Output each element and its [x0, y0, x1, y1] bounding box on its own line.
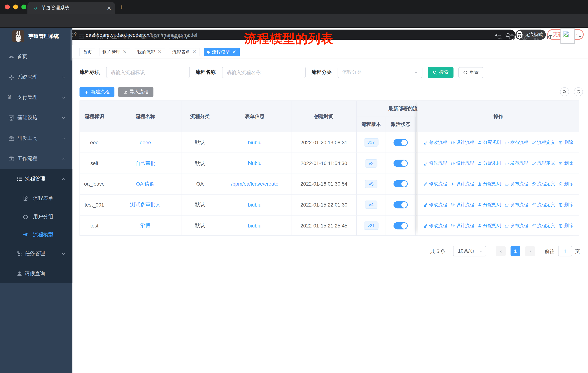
close-icon[interactable]: ✕	[123, 48, 127, 56]
process-definition-link[interactable]: 流程定义	[532, 222, 555, 229]
delete-link[interactable]: 删除	[558, 139, 573, 146]
sidebar-collapse-icon[interactable]	[78, 33, 85, 40]
sidebar-item-task-mgmt[interactable]: 任务管理	[0, 246, 72, 261]
publish-process-link[interactable]: 发布流程	[504, 160, 528, 166]
sidebar-scrollbar[interactable]	[71, 29, 72, 61]
sidebar-item-infra[interactable]: 基础设施	[0, 110, 72, 125]
delete-link[interactable]: 删除	[558, 160, 573, 166]
assign-rule-link[interactable]: 分配规则	[478, 160, 501, 166]
sidebar-item-home[interactable]: 首页	[0, 49, 72, 64]
window-zoom-button[interactable]	[21, 5, 26, 10]
avatar[interactable]	[560, 28, 575, 44]
publish-process-link[interactable]: 发布流程	[504, 222, 528, 229]
delete-link[interactable]: 删除	[558, 181, 573, 187]
breadcrumb-workflow[interactable]: 工作流程	[112, 33, 132, 40]
next-page-button[interactable]	[525, 246, 535, 256]
active-toggle[interactable]	[394, 181, 408, 188]
form-info-link[interactable]: /bpm/oa/leave/create	[231, 181, 278, 187]
assign-rule-link[interactable]: 分配规则	[478, 181, 501, 187]
page-size-select[interactable]: 10条/页	[453, 246, 486, 256]
process-definition-link[interactable]: 流程定义	[532, 181, 555, 187]
tag-process-form[interactable]: 流程表单✕	[169, 48, 200, 56]
design-process-link[interactable]: 设计流程	[451, 139, 474, 146]
assign-rule-link[interactable]: 分配规则	[478, 202, 501, 208]
browser-tab[interactable]: 芋道管理系统 ✕	[27, 2, 115, 14]
toggle-search-button[interactable]	[560, 87, 569, 96]
form-info-link[interactable]: biubiu	[248, 161, 261, 166]
refresh-table-button[interactable]	[574, 87, 583, 96]
paperclip-icon	[532, 182, 536, 186]
sidebar-item-workflow[interactable]: 工作流程	[0, 151, 72, 166]
form-info-link[interactable]: biubiu	[248, 223, 261, 229]
close-icon[interactable]: ✕	[232, 48, 236, 56]
caret-down-icon[interactable]	[578, 35, 582, 39]
breadcrumb-process-mgmt[interactable]: 流程管理	[141, 33, 161, 40]
active-toggle[interactable]	[394, 160, 408, 167]
design-process-link[interactable]: 设计流程	[451, 222, 474, 229]
close-icon[interactable]: ✕	[158, 48, 161, 56]
publish-process-link[interactable]: 发布流程	[504, 202, 528, 208]
window-minimize-button[interactable]	[13, 5, 18, 10]
goto-page-input[interactable]	[558, 246, 572, 256]
process-id-input[interactable]	[106, 67, 190, 78]
process-name-input[interactable]	[222, 67, 306, 78]
sidebar-item-process-model[interactable]: 流程模型	[0, 227, 72, 242]
search-icon[interactable]	[497, 34, 503, 40]
process-category-select[interactable]: 流程分类	[337, 67, 422, 78]
design-process-link[interactable]: 设计流程	[451, 202, 474, 208]
search-button[interactable]: 搜索	[428, 67, 453, 78]
reset-button[interactable]: 重置	[458, 67, 483, 78]
sidebar-item-process-form[interactable]: 流程表单	[0, 191, 72, 206]
process-name-link[interactable]: 滔博	[140, 222, 151, 229]
active-toggle[interactable]	[394, 222, 408, 229]
font-size-icon[interactable]: tT	[547, 34, 552, 40]
publish-process-link[interactable]: 发布流程	[504, 181, 528, 187]
sidebar-item-leave-query[interactable]: 请假查询	[0, 266, 72, 281]
process-name-link[interactable]: OA 请假	[136, 181, 155, 187]
process-name-link[interactable]: 测试多审批人	[130, 202, 161, 208]
github-icon[interactable]	[508, 34, 516, 41]
new-tab-button[interactable]: +	[119, 4, 123, 10]
sidebar-item-devtools[interactable]: 研发工具	[0, 131, 72, 146]
new-process-button[interactable]: 新建流程	[79, 87, 114, 97]
process-name-link[interactable]: eeee	[140, 140, 151, 145]
form-info-link[interactable]: biubiu	[248, 202, 261, 208]
tag-process-model[interactable]: 流程模型✕	[204, 48, 240, 56]
design-process-link[interactable]: 设计流程	[451, 181, 474, 187]
close-icon[interactable]: ✕	[192, 48, 196, 56]
window-close-button[interactable]	[5, 5, 10, 10]
screen: 芋道管理系统 ✕ + 不安全 dashboard.yudao.iocoder.c…	[0, 0, 588, 373]
sidebar-item-system[interactable]: 系统管理	[0, 70, 72, 85]
publish-process-link[interactable]: 发布流程	[504, 139, 528, 146]
tag-home[interactable]: 首页	[79, 48, 95, 56]
tab-close-icon[interactable]: ✕	[107, 5, 111, 11]
process-definition-link[interactable]: 流程定义	[532, 202, 555, 208]
prev-page-button[interactable]	[496, 246, 506, 256]
modify-process-link[interactable]: 修改流程	[423, 181, 447, 187]
modify-process-link[interactable]: 修改流程	[423, 202, 447, 208]
fullscreen-icon[interactable]	[533, 34, 540, 40]
delete-link[interactable]: 删除	[558, 222, 573, 229]
import-process-button[interactable]: 导入流程	[118, 87, 153, 97]
active-toggle[interactable]	[394, 139, 408, 146]
design-process-link[interactable]: 设计流程	[451, 160, 474, 166]
assign-rule-link[interactable]: 分配规则	[478, 139, 501, 146]
tag-my-process[interactable]: 我的流程✕	[134, 48, 165, 56]
sidebar-item-payment[interactable]: ¥ 支付管理	[0, 90, 72, 105]
process-definition-link[interactable]: 流程定义	[532, 160, 555, 166]
delete-link[interactable]: 删除	[558, 202, 573, 208]
active-toggle[interactable]	[394, 201, 408, 208]
sidebar-item-user-group[interactable]: 用户分组	[0, 209, 72, 224]
help-icon[interactable]	[522, 34, 528, 40]
process-definition-link[interactable]: 流程定义	[532, 139, 555, 146]
form-info-link[interactable]: biubiu	[248, 140, 261, 145]
modify-process-link[interactable]: 修改流程	[423, 160, 447, 166]
process-name-link[interactable]: 自己审批	[135, 160, 156, 167]
sidebar-item-process-mgmt[interactable]: 流程管理	[0, 171, 72, 186]
page-number-current[interactable]: 1	[511, 246, 520, 256]
modify-process-link[interactable]: 修改流程	[423, 139, 447, 146]
modify-process-link[interactable]: 修改流程	[423, 222, 447, 229]
tag-tenant[interactable]: 租户管理✕	[99, 48, 130, 56]
assign-rule-link[interactable]: 分配规则	[478, 222, 501, 229]
breadcrumb-home[interactable]: 首页	[94, 33, 104, 40]
